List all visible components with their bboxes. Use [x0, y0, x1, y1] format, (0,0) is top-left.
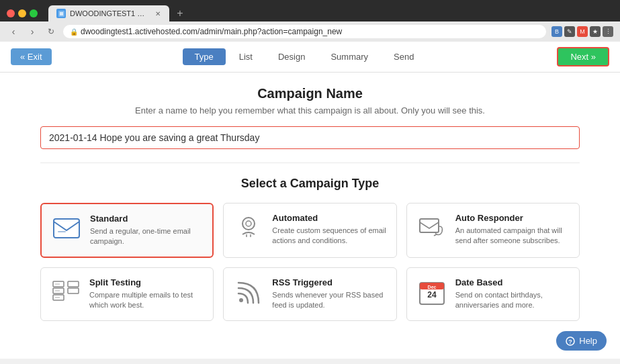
- next-button[interactable]: Next »: [557, 47, 609, 66]
- auto-responder-name: Auto Responder: [455, 213, 570, 223]
- address-bar[interactable]: 🔒 dwoodingtest1.activehosted.com/admin/m…: [63, 25, 546, 38]
- help-icon: ?: [566, 336, 575, 346]
- main-content: Campaign Name Enter a name to help you r…: [0, 73, 620, 359]
- traffic-lights: [7, 9, 38, 17]
- split-testing-name: Split Testing: [89, 277, 204, 287]
- title-bar: DWOODINGTEST1 Email Mari... ✕ +: [0, 0, 620, 21]
- campaign-type-title: Select a Campaign Type: [40, 177, 580, 191]
- tab-title: DWOODINGTEST1 Email Mari...: [70, 9, 148, 17]
- tab-bar: DWOODINGTEST1 Email Mari... ✕ +: [48, 5, 188, 21]
- automated-text: Automated Create custom sequences of ema…: [272, 213, 386, 246]
- step-design[interactable]: Design: [266, 48, 317, 65]
- step-summary[interactable]: Summary: [318, 48, 380, 65]
- split-testing-desc: Compare multiple emails to test which wo…: [89, 290, 204, 311]
- svg-text:Dec: Dec: [427, 285, 436, 289]
- close-button[interactable]: [7, 9, 15, 17]
- minimize-button[interactable]: [18, 9, 26, 17]
- ext-icon-1[interactable]: B: [551, 26, 562, 37]
- campaign-name-subtitle: Enter a name to help you remember what t…: [40, 105, 580, 116]
- card-automated[interactable]: Automated Create custom sequences of ema…: [223, 203, 396, 258]
- forward-button[interactable]: ›: [26, 25, 39, 38]
- date-based-desc: Send on contact birthdays, anniversaries…: [455, 290, 570, 311]
- rss-triggered-name: RSS Triggered: [272, 277, 386, 287]
- wizard-steps: Type List Design Summary Send: [183, 48, 427, 65]
- refresh-button[interactable]: ↻: [44, 25, 58, 38]
- svg-point-14: [239, 298, 243, 302]
- campaign-name-title: Campaign Name: [40, 86, 580, 101]
- svg-text:24: 24: [427, 290, 437, 300]
- auto-responder-desc: An automated campaign that will send aft…: [455, 226, 570, 246]
- next-label: Next »: [570, 52, 596, 62]
- maximize-button[interactable]: [30, 9, 38, 17]
- split-testing-text: Split Testing Compare multiple emails to…: [89, 277, 204, 311]
- auto-responder-icon: [416, 213, 447, 244]
- extension-icons: B ✎ M ★ ⋮: [551, 26, 613, 37]
- tab-favicon: [56, 9, 66, 18]
- ext-icon-5[interactable]: ⋮: [603, 26, 613, 37]
- card-auto-responder[interactable]: Auto Responder An automated campaign tha…: [406, 203, 580, 258]
- rss-triggered-text: RSS Triggered Sends whenever your RSS ba…: [272, 277, 386, 311]
- exit-button[interactable]: « Exit: [11, 48, 52, 65]
- active-tab[interactable]: DWOODINGTEST1 Email Mari... ✕: [48, 5, 169, 21]
- card-rss-triggered[interactable]: RSS Triggered Sends whenever your RSS ba…: [223, 267, 396, 321]
- rss-triggered-desc: Sends whenever your RSS based feed is up…: [272, 290, 386, 311]
- step-type[interactable]: Type: [183, 48, 226, 65]
- step-send[interactable]: Send: [382, 48, 426, 65]
- divider: [40, 163, 580, 163]
- split-testing-icon: [50, 277, 81, 308]
- campaign-name-input[interactable]: [40, 126, 580, 149]
- date-based-icon: Dec 24: [416, 277, 447, 308]
- help-button[interactable]: ? Help: [556, 331, 607, 351]
- url-text: dwoodingtest1.activehosted.com/admin/mai…: [81, 27, 342, 36]
- automated-icon: [233, 213, 264, 244]
- standard-text: Standard Send a regular, one-time email …: [90, 214, 203, 247]
- ext-icon-2[interactable]: ✎: [564, 26, 575, 37]
- automated-desc: Create custom sequences of email actions…: [272, 226, 386, 246]
- back-button[interactable]: ‹: [7, 25, 20, 38]
- svg-rect-9: [68, 281, 79, 287]
- svg-text:?: ?: [569, 338, 573, 345]
- toolbar: « Exit Type List Design Summary Send Nex…: [0, 42, 620, 73]
- card-split-testing[interactable]: Split Testing Compare multiple emails to…: [40, 267, 214, 321]
- svg-rect-5: [420, 219, 439, 232]
- date-based-text: Date Based Send on contact birthdays, an…: [455, 277, 570, 311]
- lock-icon: 🔒: [70, 28, 78, 36]
- new-tab-button[interactable]: +: [172, 5, 188, 21]
- card-date-based[interactable]: Dec 24 Date Based Send on contact birthd…: [406, 267, 580, 321]
- auto-responder-text: Auto Responder An automated campaign tha…: [455, 213, 570, 246]
- browser-chrome: DWOODINGTEST1 Email Mari... ✕ + ‹ › ↻ 🔒 …: [0, 0, 620, 42]
- ext-icon-4[interactable]: ★: [590, 26, 601, 37]
- date-based-name: Date Based: [455, 277, 570, 287]
- rss-triggered-icon: [233, 277, 264, 308]
- svg-point-3: [242, 218, 255, 230]
- svg-rect-1: [54, 219, 79, 238]
- standard-desc: Send a regular, one-time email campaign.: [90, 226, 203, 247]
- help-label: Help: [579, 336, 597, 346]
- automated-name: Automated: [272, 213, 386, 223]
- svg-rect-10: [68, 288, 79, 293]
- campaign-types-grid: Standard Send a regular, one-time email …: [40, 203, 580, 321]
- standard-icon: [51, 214, 82, 244]
- address-bar-row: ‹ › ↻ 🔒 dwoodingtest1.activehosted.com/a…: [0, 21, 620, 42]
- standard-name: Standard: [90, 214, 203, 224]
- step-list[interactable]: List: [227, 48, 265, 65]
- ext-icon-3[interactable]: M: [577, 26, 588, 37]
- card-standard[interactable]: Standard Send a regular, one-time email …: [40, 203, 214, 258]
- tab-close-icon[interactable]: ✕: [154, 9, 161, 18]
- svg-rect-2: [58, 231, 66, 232]
- app-content: « Exit Type List Design Summary Send Nex…: [0, 42, 620, 359]
